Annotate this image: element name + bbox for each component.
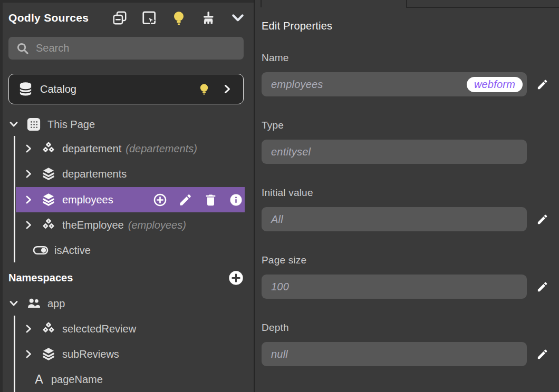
chevron-right-icon[interactable] bbox=[23, 194, 34, 205]
field-label: Initial value bbox=[262, 187, 559, 199]
tree-item-departements[interactable]: departements bbox=[0, 161, 244, 187]
edit-icon[interactable] bbox=[534, 346, 550, 362]
namespaces-header: Namespaces bbox=[8, 266, 244, 289]
boolean-toggle-icon bbox=[33, 243, 49, 258]
field-value: 100 bbox=[271, 281, 289, 293]
field-page-size: Page size 100 bbox=[262, 254, 559, 299]
tree-item-label: isActive bbox=[54, 244, 91, 257]
tree-item-sub-reviews[interactable]: subReviews bbox=[0, 341, 244, 367]
panel-title: Qodly Sources bbox=[8, 12, 89, 24]
field-label: Name bbox=[262, 52, 559, 64]
field-value: null bbox=[271, 348, 288, 360]
search-icon bbox=[16, 42, 30, 55]
database-icon bbox=[17, 81, 34, 97]
tree-item-is-active[interactable]: isActive bbox=[0, 238, 244, 263]
panel-header: Qodly Sources bbox=[8, 7, 246, 28]
qodly-studio-window: Qodly Sources bbox=[0, 0, 559, 392]
panel-toolbar bbox=[111, 9, 246, 26]
row-actions bbox=[152, 192, 245, 208]
entity-selection-icon bbox=[41, 192, 56, 207]
clean-icon[interactable] bbox=[200, 9, 217, 26]
tree-item-employees-selected[interactable]: employees bbox=[16, 187, 245, 212]
chevron-right-icon[interactable] bbox=[23, 143, 34, 154]
page-size-input[interactable]: 100 bbox=[262, 275, 527, 299]
field-label: Page size bbox=[262, 254, 559, 266]
tree-item-departement[interactable]: departement (departements) bbox=[0, 136, 244, 161]
webform-badge: webform bbox=[467, 77, 523, 92]
tree-item-suffix: (departements) bbox=[126, 143, 197, 155]
add-icon[interactable] bbox=[152, 192, 168, 208]
tree-item-page-name[interactable]: A pageName bbox=[0, 367, 244, 392]
tree-item-label: departement bbox=[62, 143, 121, 155]
info-icon[interactable] bbox=[228, 192, 244, 208]
delete-icon[interactable] bbox=[203, 192, 218, 208]
tree-item-selected-review[interactable]: selectedReview bbox=[0, 316, 244, 341]
tree-item-label: employees bbox=[62, 194, 113, 206]
chevron-right-icon[interactable] bbox=[23, 349, 34, 359]
search-input[interactable] bbox=[36, 42, 236, 54]
catalog-label: Catalog bbox=[40, 83, 76, 95]
chevron-right-icon[interactable] bbox=[222, 84, 233, 94]
field-label: Type bbox=[262, 120, 559, 131]
field-depth: Depth null bbox=[262, 322, 559, 366]
tab-bar-baseline bbox=[406, 7, 559, 8]
collapse-all-icon[interactable] bbox=[111, 9, 128, 26]
tree-item-the-employee[interactable]: theEmployee (employees) bbox=[0, 212, 244, 238]
edit-properties-title: Edit Properties bbox=[262, 20, 332, 32]
tree-item-label: This Page bbox=[47, 119, 95, 131]
field-value: entitysel bbox=[271, 146, 311, 158]
chevron-right-icon[interactable] bbox=[23, 220, 34, 230]
edit-properties-panel: Edit Properties Name employees webform T… bbox=[255, 0, 559, 392]
search-box bbox=[8, 37, 244, 60]
type-input[interactable]: entitysel bbox=[262, 140, 527, 164]
chevron-down-icon[interactable] bbox=[8, 298, 19, 309]
edit-icon[interactable] bbox=[177, 192, 193, 208]
edit-icon[interactable] bbox=[534, 279, 550, 295]
tree-item-label: theEmployee bbox=[62, 219, 124, 231]
entity-icon bbox=[41, 218, 56, 232]
chevron-down-icon[interactable] bbox=[229, 9, 246, 26]
entity-icon bbox=[41, 141, 56, 156]
tree-item-suffix: (employees) bbox=[128, 219, 186, 231]
chevron-down-icon[interactable] bbox=[8, 119, 19, 130]
string-icon: A bbox=[33, 372, 45, 387]
tab-border-left bbox=[261, 0, 262, 7]
page-icon bbox=[26, 117, 42, 132]
panel-left-edge bbox=[0, 0, 3, 392]
name-input[interactable]: employees webform bbox=[262, 72, 527, 96]
initial-value-input[interactable]: All bbox=[262, 207, 527, 231]
shared-users-icon bbox=[26, 296, 42, 311]
field-label: Depth bbox=[262, 322, 559, 334]
tree-item-this-page[interactable]: This Page bbox=[0, 112, 244, 137]
chevron-right-icon[interactable] bbox=[23, 169, 34, 179]
field-value: employees bbox=[271, 79, 323, 91]
entity-selection-icon bbox=[41, 166, 56, 181]
lightbulb-icon[interactable] bbox=[198, 83, 210, 95]
field-name: Name employees webform bbox=[262, 52, 559, 96]
lightbulb-icon[interactable] bbox=[170, 9, 187, 26]
tree-item-label: pageName bbox=[51, 374, 103, 386]
depth-input[interactable]: null bbox=[262, 342, 527, 366]
tree-item-label: departements bbox=[62, 168, 127, 180]
pick-element-icon[interactable] bbox=[141, 9, 158, 26]
chevron-right-icon[interactable] bbox=[23, 324, 34, 334]
tree-item-app[interactable]: app bbox=[0, 291, 244, 316]
field-initial-value: Initial value All bbox=[262, 187, 559, 231]
tree-item-label: subReviews bbox=[62, 348, 119, 360]
edit-icon[interactable] bbox=[534, 76, 550, 92]
panel-top-edge bbox=[0, 0, 254, 3]
field-type: Type entitysel bbox=[262, 120, 559, 164]
tab-border-right bbox=[406, 0, 407, 7]
entity-icon bbox=[41, 321, 56, 336]
namespaces-title: Namespaces bbox=[8, 272, 73, 284]
add-namespace-icon[interactable] bbox=[228, 270, 244, 286]
catalog-item[interactable]: Catalog bbox=[8, 74, 244, 104]
edit-icon[interactable] bbox=[534, 211, 550, 227]
qodly-sources-panel: Qodly Sources bbox=[0, 0, 254, 392]
entity-selection-icon bbox=[41, 347, 56, 361]
tree-item-label: app bbox=[47, 298, 65, 310]
field-value: All bbox=[271, 213, 283, 226]
tree-item-label: selectedReview bbox=[62, 323, 136, 335]
